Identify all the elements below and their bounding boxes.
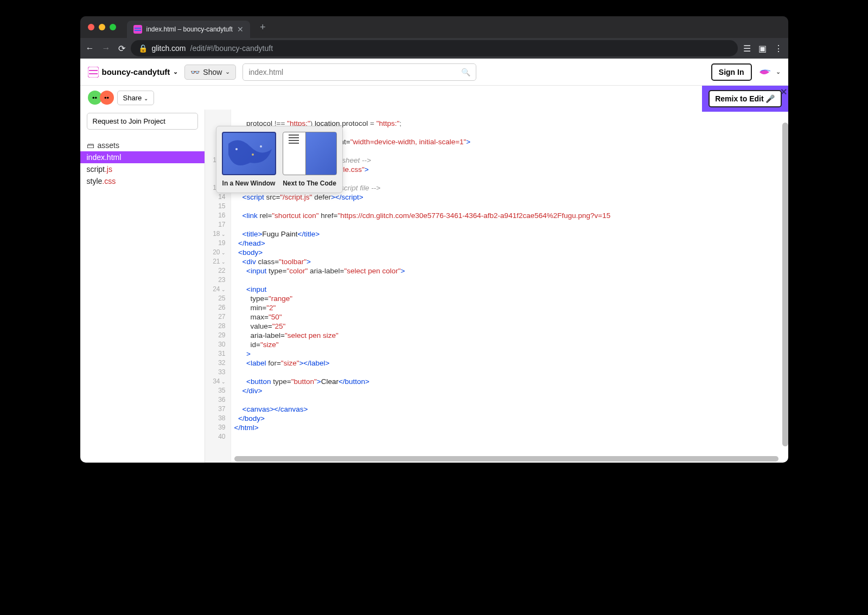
browser-tab[interactable]: index.html – bouncy-candytuft ✕ — [127, 21, 250, 38]
close-tab-icon[interactable]: ✕ — [237, 25, 244, 34]
code-content: max="50" — [231, 312, 282, 322]
user-avatar[interactable]: •• — [100, 91, 114, 105]
line-number: 21⌄ — [205, 257, 231, 266]
line-number: 40 — [205, 432, 231, 441]
code-line[interactable]: 34⌄ <button type="button">Clear</button> — [205, 377, 788, 386]
svg-point-2 — [235, 148, 238, 150]
code-content — [231, 432, 234, 441]
code-line[interactable]: 24⌄ <input — [205, 285, 788, 294]
line-number: 32 — [205, 358, 231, 368]
search-input[interactable]: index.html 🔍 — [242, 63, 476, 81]
forward-icon[interactable]: → — [102, 43, 111, 54]
line-number: 33 — [205, 368, 231, 377]
code-line[interactable]: 25 type="range" — [205, 294, 788, 303]
code-line[interactable]: 37 <canvas></canvas> — [205, 405, 788, 414]
line-number: 19 — [205, 239, 231, 248]
close-window-icon[interactable] — [88, 24, 94, 30]
reload-icon[interactable]: ⟳ — [118, 43, 125, 54]
code-content — [231, 202, 234, 211]
share-button[interactable]: Share ⌄ — [117, 91, 154, 105]
file-item-assets[interactable]: 🗃 assets — [80, 139, 205, 151]
code-line[interactable]: 26 min="2" — [205, 303, 788, 312]
code-content: <link rel="shortcut icon" href="https://… — [231, 211, 611, 220]
code-line[interactable]: 28 value="25" — [205, 322, 788, 331]
file-item-style[interactable]: style.css — [80, 175, 205, 187]
show-button[interactable]: 👓 Show ⌄ — [184, 65, 236, 80]
new-window-thumb-icon — [222, 132, 276, 175]
line-number: 39 — [205, 423, 231, 432]
account-menu[interactable]: ⌄ — [758, 67, 781, 78]
code-line[interactable]: 33 — [205, 368, 788, 377]
request-join-button[interactable]: Request to Join Project — [87, 113, 198, 130]
browser-window: index.html – bouncy-candytuft ✕ + ← → ⟳ … — [80, 16, 788, 463]
remix-button[interactable]: Remix to Edit 🎤 — [709, 90, 781, 107]
code-line[interactable]: 22 <input type="color" aria-label="selec… — [205, 266, 788, 276]
line-number: 25 — [205, 294, 231, 303]
code-line[interactable] — [205, 110, 788, 119]
code-content: min="2" — [231, 303, 276, 312]
line-number: 29 — [205, 331, 231, 340]
code-content: <script src="/script.js" defer></script> — [231, 193, 363, 202]
show-new-window-option[interactable]: In a New Window — [222, 132, 276, 187]
show-label: Show — [203, 68, 222, 76]
titlebar: index.html – bouncy-candytuft ✕ + — [80, 16, 788, 38]
assets-icon: 🗃 — [87, 141, 94, 150]
project-name: bouncy-candytuft — [102, 67, 170, 76]
code-line[interactable]: 15 — [205, 202, 788, 211]
line-number: 18⌄ — [205, 229, 231, 239]
glasses-icon: 👓 — [190, 68, 200, 76]
svg-point-3 — [252, 153, 254, 156]
new-tab-button[interactable]: + — [260, 22, 266, 33]
code-line[interactable]: 35 </div> — [205, 386, 788, 395]
profile-icon[interactable]: ▣ — [758, 43, 767, 54]
file-item-index[interactable]: index.html — [80, 151, 205, 163]
svg-rect-0 — [133, 25, 142, 34]
reader-icon[interactable]: ☰ — [743, 43, 751, 54]
code-content: aria-label="select pen size" — [231, 331, 339, 340]
code-line[interactable]: 39</html> — [205, 423, 788, 432]
next-to-code-thumb-icon — [283, 132, 337, 175]
line-number: 20⌄ — [205, 248, 231, 257]
menu-icon[interactable]: ⋮ — [774, 43, 783, 54]
close-icon[interactable]: ✕ — [780, 87, 787, 97]
code-line[interactable]: 38 </body> — [205, 414, 788, 423]
code-line[interactable]: 29 aria-label="select pen size" — [205, 331, 788, 340]
show-next-to-code-option[interactable]: Next to The Code — [283, 132, 337, 187]
vertical-scrollbar[interactable] — [782, 123, 788, 446]
code-line[interactable]: 14 <script src="/script.js" defer></scri… — [205, 193, 788, 202]
minimize-window-icon[interactable] — [99, 24, 105, 30]
code-line[interactable]: 16 <link rel="shortcut icon" href="https… — [205, 211, 788, 220]
code-content: id="size" — [231, 340, 279, 349]
horizontal-scrollbar[interactable] — [234, 456, 778, 462]
code-line[interactable]: 40 — [205, 432, 788, 441]
url-input[interactable]: 🔒 glitch.com/edit/#!/bouncy-candytuft — [131, 40, 738, 56]
maximize-window-icon[interactable] — [110, 24, 116, 30]
code-line[interactable]: 21⌄ <div class="toolbar"> — [205, 257, 788, 266]
code-line[interactable]: 23 — [205, 276, 788, 285]
code-line[interactable]: 32 <label for="size"></label> — [205, 358, 788, 368]
code-line[interactable]: 17 — [205, 220, 788, 229]
line-number: 14 — [205, 193, 231, 202]
project-selector[interactable]: bouncy-candytuft ⌄ — [88, 67, 178, 78]
code-content: type="range" — [231, 294, 293, 303]
code-line[interactable]: 20⌄ <body> — [205, 248, 788, 257]
code-content — [231, 110, 234, 119]
line-number: 23 — [205, 276, 231, 285]
code-line[interactable]: 19 </head> — [205, 239, 788, 248]
back-icon[interactable]: ← — [86, 43, 94, 54]
line-number: 37 — [205, 405, 231, 414]
code-line[interactable]: 36 — [205, 395, 788, 405]
show-popover: In a New Window Next to The Code — [216, 126, 343, 193]
code-content: > — [231, 349, 251, 358]
signin-button[interactable]: Sign In — [711, 63, 752, 81]
code-line[interactable]: 30 id="size" — [205, 340, 788, 349]
line-number: 28 — [205, 322, 231, 331]
code-line[interactable]: 27 max="50" — [205, 312, 788, 322]
file-tree: 🗃 assetsindex.htmlscript.jsstyle.css — [80, 139, 205, 187]
line-number: 31 — [205, 349, 231, 358]
url-path: /edit/#!/bouncy-candytuft — [190, 44, 273, 53]
file-item-script[interactable]: script.js — [80, 163, 205, 175]
code-line[interactable]: 31 > — [205, 349, 788, 358]
code-content — [231, 368, 234, 377]
code-line[interactable]: 18⌄ <title>Fugu Paint</title> — [205, 229, 788, 239]
